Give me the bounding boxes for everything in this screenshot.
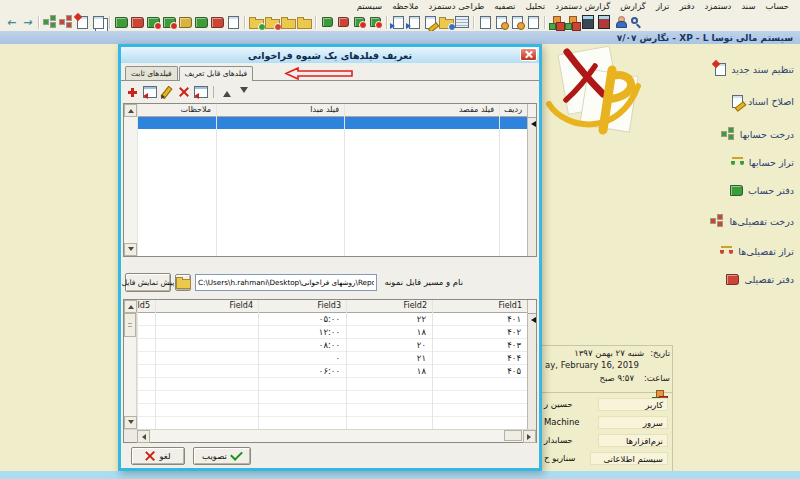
table-cell[interactable] — [138, 339, 155, 352]
ledger-green-button[interactable] — [113, 14, 129, 30]
fields-table-vertical-scrollbar[interactable] — [124, 104, 137, 256]
table-cell[interactable]: ۲۲ — [347, 313, 432, 326]
table-cell[interactable]: ۱۸ — [347, 326, 432, 339]
table-cell[interactable] — [347, 378, 432, 391]
ledger-green-filter-2-button[interactable] — [161, 14, 177, 30]
scrollbar-track[interactable] — [150, 430, 523, 442]
table-cell[interactable] — [138, 313, 155, 326]
delete-field-button[interactable] — [175, 84, 192, 100]
sidebar-item-details-tree[interactable]: درخت تفصیلی‌ها — [711, 215, 794, 227]
table-cell[interactable]: ۴۰۴ — [433, 352, 527, 365]
menu-item[interactable]: تصفیه — [489, 0, 520, 13]
menu-item[interactable]: دفتر — [674, 0, 699, 13]
table-cell[interactable]: ۱۸ — [347, 365, 432, 378]
table-cell[interactable] — [138, 378, 155, 391]
table-cell[interactable] — [138, 326, 155, 339]
tab-fixed-fields[interactable]: فیلدهای ثابت — [125, 66, 178, 80]
column-header[interactable]: فیلد مبدا — [217, 104, 344, 117]
scroll-down-button[interactable] — [124, 416, 137, 429]
user-chart-button[interactable] — [612, 14, 628, 30]
table-cell[interactable] — [156, 365, 258, 378]
menu-item[interactable]: تحلیل — [520, 0, 550, 13]
selected-empty-row[interactable] — [138, 117, 216, 129]
table-cell[interactable]: ۴۰۵ — [433, 365, 527, 378]
table-cell[interactable] — [138, 417, 155, 429]
table-cell[interactable] — [433, 378, 527, 391]
book-small-green-stop-button[interactable] — [351, 14, 367, 30]
table-cell[interactable] — [433, 417, 527, 429]
dialog-close-button[interactable] — [520, 48, 537, 61]
table-cell[interactable]: ۲۱ — [347, 352, 432, 365]
table-cell[interactable] — [156, 391, 258, 404]
sidebar-item-accounts-tree[interactable]: درخت حسابها — [722, 128, 794, 140]
book-small-green-button[interactable] — [319, 14, 335, 30]
table-cell[interactable] — [156, 339, 258, 352]
table-cell[interactable]: ۰۵:۰۰ — [259, 313, 346, 326]
accounts-tree-button[interactable] — [42, 14, 58, 30]
column-header[interactable]: Field1 — [433, 300, 527, 313]
forward-button[interactable]: → — [19, 14, 35, 30]
preview-table-horizontal-scrollbar[interactable] — [124, 429, 536, 442]
details-tree-button[interactable] — [58, 14, 74, 30]
column-header[interactable]: Field5 — [138, 300, 155, 313]
insert-field-button[interactable] — [141, 84, 158, 100]
column-header[interactable]: فیلد مقصد — [345, 104, 499, 117]
table-cell[interactable] — [259, 378, 346, 391]
sidebar-item-accounts-balance[interactable]: تراز حسابها — [731, 157, 794, 168]
page-user-2-button[interactable] — [509, 14, 525, 30]
sidebar-item-account-ledger[interactable]: دفتر حساب — [730, 185, 794, 196]
table-cell[interactable] — [259, 404, 346, 417]
table-cell[interactable] — [259, 391, 346, 404]
move-up-button[interactable] — [218, 84, 235, 100]
ledger-yellow-button[interactable] — [177, 14, 193, 30]
table-cell[interactable] — [156, 404, 258, 417]
page-new-button[interactable] — [477, 14, 493, 30]
column-header[interactable]: Field3 — [259, 300, 346, 313]
table-cell[interactable]: ۴۰۲ — [433, 326, 527, 339]
table-cell[interactable] — [347, 391, 432, 404]
folder-red-button[interactable] — [264, 14, 280, 30]
menu-item[interactable]: سیستم — [352, 0, 388, 13]
table-cell[interactable] — [433, 391, 527, 404]
book-small-green-stop-2-button[interactable] — [367, 14, 383, 30]
browse-file-button[interactable] — [175, 274, 191, 291]
doc-stack-button[interactable] — [454, 14, 470, 30]
table-cell[interactable]: ۰ — [259, 352, 346, 365]
ledger-red-2-button[interactable] — [209, 14, 225, 30]
column-header[interactable]: Field2 — [347, 300, 432, 313]
menu-item[interactable]: گزارش — [615, 0, 651, 13]
documents-copy-button[interactable] — [90, 14, 106, 30]
table-cell[interactable] — [156, 378, 258, 391]
selected-empty-row[interactable] — [217, 117, 344, 129]
calculator-dark-button[interactable] — [580, 14, 596, 30]
scroll-up-button[interactable] — [124, 300, 137, 313]
menu-item[interactable]: ملاحظه — [387, 0, 423, 13]
folder-open-doc-button[interactable] — [438, 14, 454, 30]
menu-item[interactable]: تراز — [651, 0, 675, 13]
scrollbar-track[interactable] — [124, 117, 137, 243]
scroll-down-button[interactable] — [124, 243, 137, 256]
column-header[interactable]: Field4 — [156, 300, 258, 313]
ok-button[interactable]: تصویب — [193, 447, 251, 465]
table-cell[interactable] — [259, 417, 346, 429]
sidebar-item-details-balance[interactable]: تراز تفصیلی‌ها — [720, 246, 794, 257]
table-cell[interactable]: ۰۸:۰۰ — [259, 339, 346, 352]
table-cell[interactable] — [347, 404, 432, 417]
edit-field-button[interactable] — [158, 84, 175, 100]
menu-item[interactable]: دستمزد — [700, 0, 737, 13]
table-cell[interactable] — [138, 404, 155, 417]
page-user-button[interactable] — [493, 14, 509, 30]
table-cell[interactable] — [138, 391, 155, 404]
sidebar-item-edit-documents[interactable]: اصلاح اسناد — [732, 95, 794, 108]
report-doc-button[interactable] — [225, 14, 241, 30]
menu-item[interactable]: طراحی دستمزد — [424, 0, 490, 13]
preview-file-button[interactable]: پیش نمایش فایل — [125, 273, 171, 292]
back-button[interactable]: ← — [3, 14, 19, 30]
menu-item[interactable]: حساب — [761, 0, 794, 13]
sidebar-item-details-ledger[interactable]: دفتر تفصیلی — [726, 274, 794, 285]
book-small-red-button[interactable] — [335, 14, 351, 30]
table-cell[interactable]: ۱۲:۰۰ — [259, 326, 346, 339]
table-cell[interactable] — [156, 326, 258, 339]
table-cell[interactable]: ۴۰۳ — [433, 339, 527, 352]
table-cell[interactable] — [433, 404, 527, 417]
